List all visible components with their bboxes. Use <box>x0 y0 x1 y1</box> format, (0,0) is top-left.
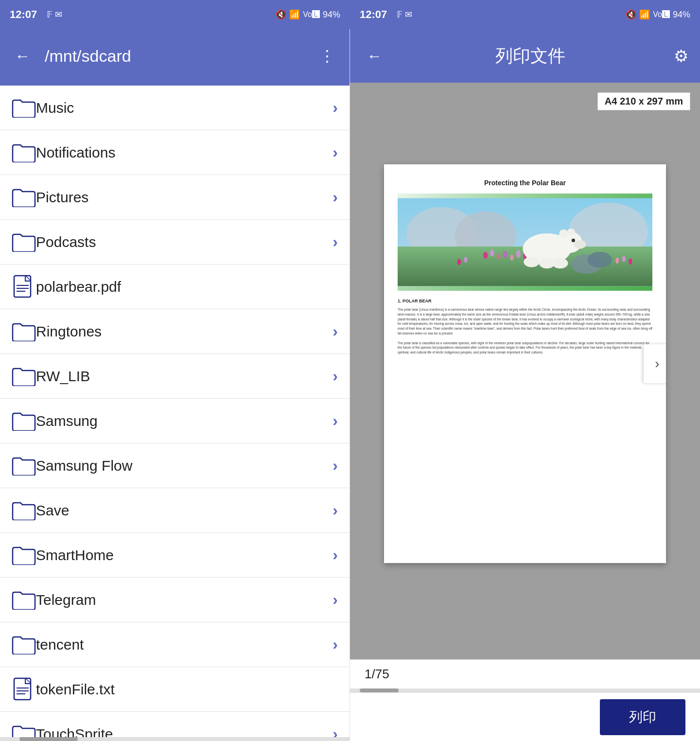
chevron-right-icon: › <box>332 546 338 564</box>
folder-icon <box>12 456 36 476</box>
page-counter: 1/75 <box>365 667 389 682</box>
chevron-right-icon: › <box>332 322 338 340</box>
file-name: Music <box>36 100 332 116</box>
file-name: Telegram <box>36 592 332 608</box>
list-item[interactable]: SmartHome › <box>0 533 350 578</box>
wifi-icon: 📶 <box>289 9 300 20</box>
svg-point-17 <box>510 254 513 261</box>
svg-point-15 <box>497 253 500 260</box>
status-icons-right: 𝔽 ✉ <box>397 9 412 20</box>
signal-icon-right: Vo🅻 <box>653 10 670 19</box>
file-name: RW_LIB <box>36 368 332 385</box>
doc-body-text-2: The polar bear is classified as a vulner… <box>398 341 652 355</box>
print-button[interactable]: 列印 <box>600 699 685 735</box>
chevron-right-icon: › <box>332 501 338 519</box>
svg-point-14 <box>490 249 494 256</box>
print-title: 列印文件 <box>397 44 664 68</box>
list-item[interactable]: RW_LIB › <box>0 354 350 399</box>
battery-icon: 94% <box>323 10 340 20</box>
svg-point-16 <box>503 251 508 258</box>
list-item[interactable]: tencent › <box>0 622 350 667</box>
doc-body-text-1: The polar bear (Ursus maritimus) is a ca… <box>398 307 652 336</box>
file-name: Samsung Flow <box>36 458 332 474</box>
battery-right: 94% <box>673 10 690 20</box>
next-page-chevron-icon: › <box>655 356 659 371</box>
file-name: SmartHome <box>36 547 332 564</box>
folder-icon <box>12 590 36 610</box>
back-button-left[interactable]: ← <box>10 42 35 70</box>
list-item[interactable]: polarbear.pdf › <box>0 265 350 309</box>
list-item[interactable]: Podcasts › <box>0 220 350 265</box>
file-icon <box>12 275 36 299</box>
svg-point-34 <box>587 252 612 268</box>
file-list: Music › Notifications › Pictures › <box>0 86 350 737</box>
list-item[interactable]: TouchSprite › <box>0 712 350 737</box>
document-preview: Protecting the Polar Bear <box>384 164 666 563</box>
folder-icon <box>12 635 36 654</box>
list-item[interactable]: Ringtones › <box>0 309 350 354</box>
chevron-right-icon: › <box>332 457 338 475</box>
folder-icon <box>12 724 36 738</box>
file-manager-header: ← /mnt/sdcard ⋮ <box>0 29 350 83</box>
list-item[interactable]: Save › <box>0 488 350 533</box>
folder-icon <box>12 322 36 341</box>
folder-icon <box>12 411 36 431</box>
document-title: Protecting the Polar Bear <box>398 179 652 187</box>
list-item[interactable]: Telegram › <box>0 578 350 622</box>
chevron-right-icon: › <box>332 367 338 385</box>
print-action-bar: 列印 <box>350 692 700 741</box>
file-icon <box>12 677 36 702</box>
list-item[interactable]: Samsung Flow › <box>0 443 350 488</box>
back-button-right[interactable]: ← <box>362 42 387 70</box>
horizontal-scrollbar-right[interactable] <box>350 688 700 692</box>
file-name: Samsung <box>36 413 332 429</box>
list-item[interactable]: Pictures › <box>0 175 350 220</box>
svg-point-30 <box>524 257 540 267</box>
scrollbar-thumb-left <box>19 737 78 741</box>
chevron-right-icon: › <box>332 233 338 251</box>
svg-point-18 <box>516 250 521 258</box>
chevron-right-icon: › <box>332 591 338 609</box>
paper-size-label: A4 210 x 297 mm <box>597 92 690 110</box>
svg-point-37 <box>615 258 619 264</box>
status-icons-left: 𝔽 ✉ <box>47 9 62 20</box>
svg-point-26 <box>574 240 586 248</box>
horizontal-scrollbar-left[interactable] <box>0 737 350 741</box>
chevron-right-icon: › <box>332 99 338 117</box>
settings-icon[interactable]: ⚙ <box>674 46 688 66</box>
folder-icon <box>12 98 36 118</box>
list-item[interactable]: Music › <box>0 86 350 130</box>
svg-point-38 <box>622 256 626 262</box>
mute-icon: 🔇 <box>276 9 286 20</box>
folder-icon <box>12 232 36 252</box>
preview-area: A4 210 x 297 mm Protecting the Polar Bea… <box>350 83 700 659</box>
print-header: ← 列印文件 ⚙ <box>350 29 700 83</box>
page-counter-bar: 1/75 <box>350 659 700 688</box>
svg-point-39 <box>629 258 632 265</box>
svg-point-32 <box>552 258 568 269</box>
print-preview-panel: ← 列印文件 ⚙ A4 210 x 297 mm Protecting the … <box>350 29 700 741</box>
file-name: tokenFile.txt <box>36 681 332 698</box>
svg-point-29 <box>567 229 575 235</box>
chevron-right-icon: › <box>332 635 338 653</box>
scrollbar-thumb-right <box>360 688 399 692</box>
file-name: Podcasts <box>36 234 332 250</box>
list-item[interactable]: tokenFile.txt › <box>0 667 350 712</box>
mute-icon-right: 🔇 <box>626 9 636 20</box>
menu-button[interactable]: ⋮ <box>315 42 340 70</box>
svg-point-36 <box>464 257 467 263</box>
file-manager-panel: ← /mnt/sdcard ⋮ Music › Notifications › <box>0 29 350 741</box>
chevron-right-icon: › <box>332 143 338 161</box>
svg-point-35 <box>457 259 461 265</box>
list-item[interactable]: Notifications › <box>0 130 350 175</box>
chevron-right-icon: › <box>332 725 338 737</box>
next-page-button[interactable]: › <box>644 344 666 383</box>
file-name: Notifications <box>36 144 332 161</box>
chevron-right-icon: › <box>332 412 338 430</box>
status-time-right: 12:07 <box>360 8 387 21</box>
path-title: /mnt/sdcard <box>45 47 305 66</box>
document-image <box>398 194 652 291</box>
list-item[interactable]: Samsung › <box>0 399 350 443</box>
chevron-right-icon: › <box>332 188 338 206</box>
folder-icon <box>12 188 36 207</box>
